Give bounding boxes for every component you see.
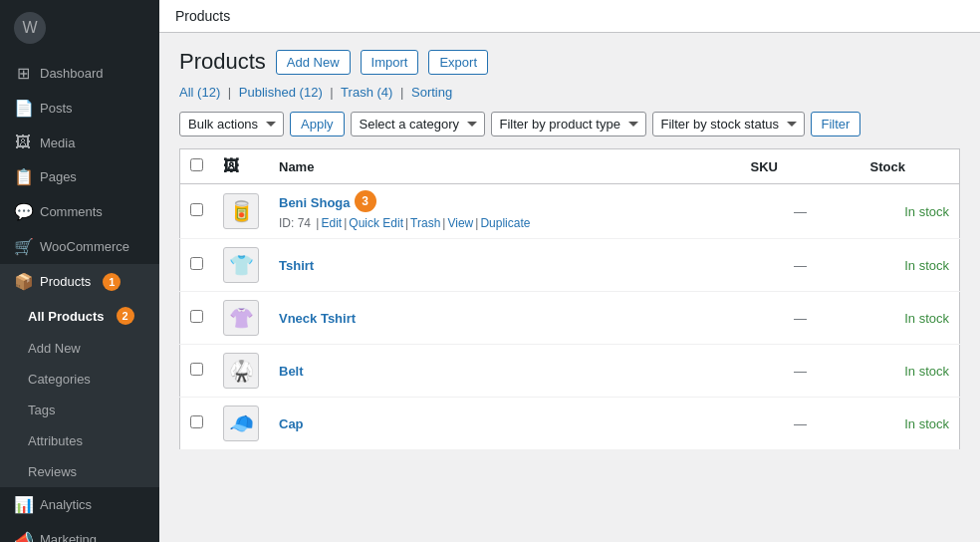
- sidebar-item-posts[interactable]: 📄 Posts: [0, 91, 159, 126]
- product-thumbnail: 🥋: [223, 353, 259, 389]
- product-name-link[interactable]: Belt: [279, 364, 304, 379]
- add-new-label: Add New: [28, 341, 81, 356]
- category-select[interactable]: Select a category: [351, 112, 485, 136]
- page-title: Products: [179, 49, 266, 75]
- sidebar-item-all-products[interactable]: All Products 2: [0, 299, 159, 333]
- row-sku-cell: —: [741, 345, 860, 398]
- row-stock-status: In stock: [904, 204, 949, 219]
- filter-tab-trash[interactable]: Trash (4): [341, 85, 396, 100]
- add-new-button[interactable]: Add New: [276, 50, 351, 75]
- row-checkbox-cell: [180, 345, 214, 398]
- table-row: 🥫 Beni Shoga3 ID: 74 |Edit|Quick Edit|Tr…: [180, 184, 960, 239]
- reviews-label: Reviews: [28, 464, 77, 479]
- table-row: 👕 Tshirt — In stock: [180, 239, 960, 292]
- table-header-name[interactable]: Name: [269, 149, 741, 184]
- row-sku: —: [794, 311, 807, 326]
- row-checkbox-cell: [180, 398, 214, 450]
- row-checkbox-cell: [180, 184, 214, 239]
- filter-tab-all[interactable]: All (12): [179, 85, 224, 100]
- row-action-trash[interactable]: Trash: [410, 216, 440, 230]
- row-checkbox[interactable]: [190, 310, 203, 323]
- row-stock-cell: In stock: [860, 398, 960, 450]
- sidebar-item-categories[interactable]: Categories: [0, 364, 159, 395]
- table-header-sku[interactable]: SKU: [741, 149, 860, 184]
- action-sep: |: [316, 216, 319, 230]
- main-content: Products Products Add New Import Export …: [159, 0, 980, 542]
- media-icon: 🖼: [14, 134, 32, 151]
- sidebar-item-dashboard[interactable]: ⊞ Dashboard: [0, 56, 159, 91]
- product-name-link[interactable]: Vneck Tshirt: [279, 311, 356, 326]
- analytics-icon: 📊: [14, 495, 32, 514]
- sidebar-item-pages[interactable]: 📋 Pages: [0, 159, 159, 194]
- tab-sep-3: |: [400, 85, 403, 100]
- sidebar-item-woocommerce[interactable]: 🛒 WooCommerce: [0, 229, 159, 264]
- stock-status-select[interactable]: Filter by stock status: [652, 112, 805, 136]
- row-name-cell: Tshirt: [269, 239, 741, 292]
- product-name-link[interactable]: Cap: [279, 416, 304, 431]
- attributes-label: Attributes: [28, 433, 83, 448]
- product-thumbnail: 🥫: [223, 193, 259, 229]
- sidebar-item-marketing[interactable]: 📣 Marketing: [0, 522, 159, 542]
- sidebar-item-analytics[interactable]: 📊 Analytics: [0, 487, 159, 522]
- product-thumbnail: 👕: [223, 247, 259, 283]
- row-checkbox-cell: [180, 239, 214, 292]
- filter-tab-published[interactable]: Published (12): [239, 85, 326, 100]
- row-action-quick-edit[interactable]: Quick Edit: [349, 216, 403, 230]
- row-checkbox[interactable]: [190, 363, 203, 376]
- row-thumb-cell: 🥋: [213, 345, 269, 398]
- sidebar-item-add-new[interactable]: Add New: [0, 333, 159, 364]
- row-sku: —: [794, 364, 807, 379]
- sidebar-item-label: Comments: [40, 204, 103, 219]
- tab-sep-2: |: [330, 85, 333, 100]
- row-action-duplicate[interactable]: Duplicate: [480, 216, 530, 230]
- marketing-icon: 📣: [14, 530, 32, 542]
- sidebar-item-label: Dashboard: [40, 66, 104, 81]
- row-stock-cell: In stock: [860, 239, 960, 292]
- sidebar-item-label: Products: [40, 274, 91, 289]
- row-action-edit[interactable]: Edit: [321, 216, 342, 230]
- sidebar-item-label: Media: [40, 136, 75, 150]
- sidebar-item-comments[interactable]: 💬 Comments: [0, 194, 159, 229]
- row-action-view[interactable]: View: [447, 216, 473, 230]
- sidebar-item-products[interactable]: 📦 Products 1: [0, 264, 159, 299]
- action-sep: |: [475, 216, 478, 230]
- product-type-select[interactable]: Filter by product type: [491, 112, 646, 136]
- row-thumb-cell: 👚: [213, 292, 269, 345]
- apply-button[interactable]: Apply: [290, 112, 345, 136]
- filter-tab-sorting[interactable]: Sorting: [411, 85, 452, 100]
- select-all-checkbox[interactable]: [190, 158, 203, 171]
- row-sku-cell: —: [741, 292, 860, 345]
- row-sku: —: [794, 258, 807, 273]
- export-button[interactable]: Export: [428, 50, 488, 75]
- row-checkbox[interactable]: [190, 415, 203, 428]
- sidebar-item-attributes[interactable]: Attributes: [0, 425, 159, 456]
- row-name-cell: Belt: [269, 345, 741, 398]
- product-name-link[interactable]: Tshirt: [279, 258, 314, 273]
- table-header-stock[interactable]: Stock: [860, 149, 960, 184]
- row-checkbox-cell: [180, 292, 214, 345]
- row-checkbox[interactable]: [190, 257, 203, 270]
- product-name-link[interactable]: Beni Shoga: [279, 195, 351, 210]
- row-checkbox[interactable]: [190, 203, 203, 216]
- sidebar-item-media[interactable]: 🖼 Media: [0, 126, 159, 159]
- row-sku: —: [794, 416, 807, 431]
- products-table: 🖼 Name SKU Stock 🥫: [179, 148, 960, 450]
- row-name-cell: Cap: [269, 398, 741, 450]
- step-badge: 3: [355, 190, 376, 212]
- sidebar-item-tags[interactable]: Tags: [0, 395, 159, 425]
- tags-label: Tags: [28, 403, 55, 417]
- import-button[interactable]: Import: [361, 50, 419, 75]
- table-header-image: 🖼: [213, 149, 269, 184]
- posts-icon: 📄: [14, 99, 32, 118]
- row-stock-status: In stock: [904, 258, 949, 273]
- row-id: ID: 74: [279, 216, 311, 230]
- filter-button[interactable]: Filter: [811, 112, 861, 136]
- bulk-actions-select[interactable]: Bulk actions: [179, 112, 284, 136]
- action-sep: |: [442, 216, 445, 230]
- row-thumb-cell: 👕: [213, 239, 269, 292]
- sidebar-item-reviews[interactable]: Reviews: [0, 456, 159, 487]
- comments-icon: 💬: [14, 202, 32, 221]
- row-sku-cell: —: [741, 184, 860, 239]
- sidebar-logo: W: [0, 0, 159, 56]
- row-sku-cell: —: [741, 239, 860, 292]
